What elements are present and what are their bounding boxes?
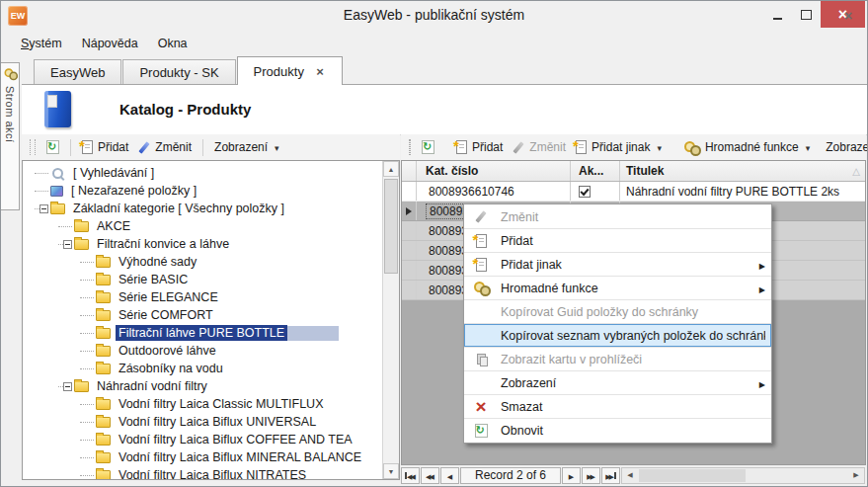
tree-item-15[interactable]: Vodní filtry Laica Biflux COFFEE AND TEA xyxy=(23,431,382,448)
tree-item-4[interactable]: Filtrační konvice a láhve xyxy=(23,235,382,253)
add-other-dropdown[interactable]: Přidat jinak xyxy=(571,138,667,156)
doc-new-icon xyxy=(476,258,487,272)
tree-item-9[interactable]: Filtrační láhve PURE BOTTLE xyxy=(23,324,382,342)
tree-item-5[interactable]: Výhodné sady xyxy=(23,253,382,271)
nav-next-icon xyxy=(569,468,574,482)
context-menu-item-5[interactable]: Kopírovat seznam vybraných položek do sc… xyxy=(464,323,771,347)
scrollbar-thumb[interactable] xyxy=(384,179,398,274)
toolbar-grip[interactable] xyxy=(409,139,411,155)
nav-prev-button[interactable] xyxy=(440,467,459,484)
tree-item-8[interactable]: Série COMFORT xyxy=(23,306,382,324)
actions-tree-icon xyxy=(3,68,17,80)
tab-label: Produkty - SK xyxy=(139,65,218,80)
column-header-title[interactable]: Titulek xyxy=(620,161,847,181)
active-checkbox[interactable] xyxy=(579,186,591,198)
bulk-functions-dropdown[interactable]: Hromadné funkce xyxy=(678,138,815,157)
table-row[interactable]: 8008936610746Náhradní vodní filtry PURE … xyxy=(402,182,865,202)
collapse-minus-icon[interactable] xyxy=(39,204,48,213)
nav-next-page-button[interactable] xyxy=(582,467,600,484)
tab-2[interactable]: Produkty xyxy=(237,56,343,85)
tab-0[interactable]: EasyWeb xyxy=(34,59,121,84)
scroll-down-icon[interactable] xyxy=(383,463,399,479)
collapse-minus-icon[interactable] xyxy=(63,382,72,391)
nav-last-button[interactable] xyxy=(601,467,620,484)
tree-item-1[interactable]: [ Nezařazené položky ] xyxy=(23,182,382,200)
view-dropdown[interactable]: Zobrazení xyxy=(821,138,868,156)
page-header: Katalog - Produkty xyxy=(22,85,867,135)
context-menu-item-8[interactable]: Smazat xyxy=(464,394,771,418)
folder-icon xyxy=(96,346,111,357)
context-menu-item-1[interactable]: Přidat xyxy=(464,228,771,252)
tree-item-6[interactable]: Série BASIC xyxy=(23,271,382,288)
context-menu-item-9[interactable]: Obnovit xyxy=(464,418,771,442)
chevron-down-icon xyxy=(655,140,662,154)
chevron-down-icon xyxy=(804,140,811,154)
folder-icon xyxy=(74,239,89,250)
folder-icon xyxy=(96,470,111,480)
tree-connector xyxy=(58,382,72,391)
context-menu-item-label: Změnit xyxy=(494,210,765,224)
minimize-button[interactable] xyxy=(763,1,792,28)
tree-items: [ Vyhledávání ][ Nezařazené položky ]Zák… xyxy=(23,161,382,479)
scroll-up-icon[interactable] xyxy=(383,161,399,177)
context-menu-item-2[interactable]: Přidat jinak xyxy=(464,252,771,276)
context-menu-item-7[interactable]: Zobrazení xyxy=(464,370,771,394)
toolbar-grip[interactable] xyxy=(30,139,36,155)
nav-prev-page-button[interactable] xyxy=(421,467,439,484)
tree-item-2[interactable]: Základní kategorie [ Všechny položky ] xyxy=(23,200,382,217)
add-button[interactable]: Přidat xyxy=(451,138,508,156)
scrollbar-thumb[interactable] xyxy=(639,469,746,482)
titlebar[interactable]: EW EasyWeb - publikační systém xyxy=(1,1,867,31)
refresh-button[interactable] xyxy=(417,138,439,156)
tree-connector xyxy=(80,368,94,369)
tree-item-16[interactable]: Vodní filtry Laica Biflux MINERAL BALANC… xyxy=(23,448,382,466)
tree-connector xyxy=(80,351,94,352)
tab-1[interactable]: Produkty - SK xyxy=(122,59,235,84)
edit-button[interactable]: Změnit xyxy=(133,138,197,156)
menubar-item-1[interactable]: Nápověda xyxy=(72,34,148,53)
tree-item-11[interactable]: Zásobníky na vodu xyxy=(23,360,382,377)
tree-item-17[interactable]: Vodní filtry Laica Biflux NITRATES xyxy=(23,466,382,479)
tree-item-3[interactable]: AKCE xyxy=(23,217,382,235)
menubar-item-2[interactable]: Okna xyxy=(148,34,197,53)
pen-icon xyxy=(475,210,486,223)
column-header-catalog[interactable]: Kat. číslo xyxy=(417,161,571,181)
package-icon xyxy=(50,186,63,197)
grid-header-row: Kat. číslo Ak... Titulek xyxy=(402,161,865,182)
tab-label: EasyWeb xyxy=(50,65,105,80)
tabstrip-close-icon[interactable] xyxy=(841,9,855,23)
column-header-active[interactable]: Ak... xyxy=(571,161,620,181)
tree-vertical-scrollbar[interactable] xyxy=(382,161,399,479)
tree-item-7[interactable]: Série ELEGANCE xyxy=(23,288,382,306)
tree-item-0[interactable]: [ Vyhledávání ] xyxy=(23,164,382,182)
context-menu-item-label: Přidat jinak xyxy=(494,258,751,272)
tree-item-14[interactable]: Vodní filtry Laica Biflux UNIVERSAL xyxy=(23,413,382,431)
context-menu-item-3[interactable]: Hromadné funkce xyxy=(464,276,771,299)
menubar-item-0[interactable]: Systém xyxy=(11,34,72,53)
tree-item-13[interactable]: Vodní filtry Laica Classic MULTIFLUX xyxy=(23,395,382,413)
scroll-right-icon[interactable] xyxy=(848,468,864,483)
tab-close-icon[interactable] xyxy=(314,64,326,79)
add-button[interactable]: Přidat xyxy=(77,138,133,156)
maximize-button[interactable] xyxy=(792,1,821,28)
clipboard-icon xyxy=(477,354,486,365)
row-indicator-cell xyxy=(402,221,417,240)
collapse-minus-icon[interactable] xyxy=(63,240,72,249)
nav-first-button[interactable] xyxy=(401,467,420,484)
dock-tab-strom-akci[interactable]: Strom akcí xyxy=(1,62,20,210)
view-dropdown[interactable]: Zobrazení xyxy=(209,138,284,156)
row-indicator-cell xyxy=(402,241,417,260)
gears-icon xyxy=(473,281,490,295)
tree-connector xyxy=(80,315,94,316)
nav-next-button[interactable] xyxy=(562,467,581,484)
tree-item-label: Filtrační láhve PURE BOTTLE xyxy=(116,325,287,341)
scroll-left-icon[interactable] xyxy=(622,468,638,483)
tree-item-label: Vodní filtry Laica Biflux NITRATES xyxy=(116,467,309,479)
record-position-label: Record 2 of 6 xyxy=(460,467,561,484)
context-menu: ZměnitPřidatPřidat jinakHromadné funkceK… xyxy=(463,203,772,444)
refresh-button[interactable] xyxy=(41,138,64,156)
view-label: Zobrazení xyxy=(826,140,868,154)
tree-item-10[interactable]: Outdoorové láhve xyxy=(23,342,382,360)
grid-horizontal-scrollbar[interactable] xyxy=(621,467,865,484)
tree-item-12[interactable]: Náhradní vodní filtry xyxy=(23,377,382,395)
